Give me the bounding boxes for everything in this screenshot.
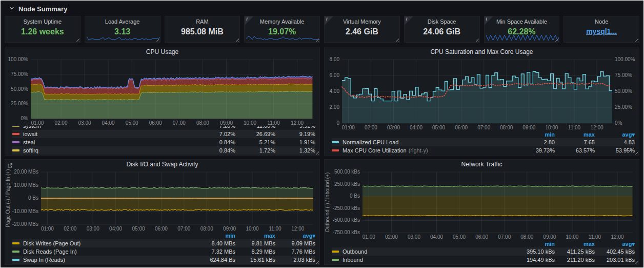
legend-row-inbound[interactable]: Inbound194.49 kBs211.20 kBs203.01 kBs bbox=[332, 256, 635, 264]
legend-row-disk-writes-page-out[interactable]: Disk Writes (Page Out)8.40 MBs9.81 MBs9.… bbox=[12, 239, 315, 247]
legend-sort-min[interactable]: min bbox=[515, 241, 555, 247]
svg-text:0: 0 bbox=[336, 120, 339, 126]
svg-text:20.00 MBs: 20.00 MBs bbox=[14, 169, 38, 175]
legend-row-iowait[interactable]: iowait7.02%26.69%9.19% bbox=[12, 130, 315, 138]
legend-avg-value: 7.76 MBs bbox=[275, 248, 315, 255]
row-header-node-summary[interactable]: Node Summary bbox=[5, 2, 639, 16]
legend-row-system[interactable]: system7.20%11.00%9.91% bbox=[12, 126, 315, 130]
legend-swatch bbox=[332, 149, 339, 151]
legend-max-value: 5.21% bbox=[235, 139, 275, 145]
stats-row: System Uptime1.26 weeksLoad Average3.13R… bbox=[5, 16, 639, 43]
svg-text:05:00: 05:00 bbox=[432, 125, 445, 130]
legend-label: softirq bbox=[23, 147, 38, 154]
legend-header-row: minmaxavg▾ bbox=[332, 240, 635, 247]
panel-resize-handle[interactable] bbox=[395, 37, 399, 42]
cpu-usage-legend: system7.20%11.00%9.91%iowait7.02%26.69%9… bbox=[5, 126, 319, 155]
svg-text:12:00: 12:00 bbox=[591, 125, 603, 130]
svg-text:09:00: 09:00 bbox=[223, 226, 236, 232]
legend-label: Inbound bbox=[343, 257, 363, 263]
legend-avg-value: 402.45 kBs bbox=[595, 248, 635, 255]
legend-swatch bbox=[332, 251, 339, 253]
stat-title[interactable]: Load Average bbox=[85, 18, 160, 25]
legend-row-max-cpu-core-utilization[interactable]: Max CPU Core Utilization(right-y)39.73%6… bbox=[332, 146, 635, 155]
svg-text:05:00: 05:00 bbox=[126, 120, 138, 126]
svg-text:-250.00 kBs: -250.00 kBs bbox=[333, 205, 360, 211]
legend-header-row: minmaxavg▾ bbox=[332, 131, 635, 138]
legend-sort-avg[interactable]: avg▾ bbox=[275, 233, 315, 239]
svg-text:50.00%: 50.00% bbox=[615, 88, 632, 94]
legend-max-value: 1.72% bbox=[235, 147, 275, 154]
panel-link-icon[interactable] bbox=[7, 161, 13, 170]
svg-text:04:00: 04:00 bbox=[109, 226, 122, 232]
legend-min-value: 39.73% bbox=[515, 147, 555, 154]
legend-row-normalized-cpu-load[interactable]: Normalized CPU Load2.807.654.83 bbox=[332, 138, 635, 146]
cpu-usage-chart[interactable]: 100.00%75.00%50.00%25.00%0%01:0002:0003:… bbox=[5, 56, 319, 126]
legend-row-softirq[interactable]: softirq0.84%1.72%1.32% bbox=[12, 146, 315, 155]
legend-label: Max CPU Core Utilization bbox=[343, 147, 407, 154]
legend-swatch bbox=[12, 242, 19, 244]
legend-sort-min[interactable]: min bbox=[515, 131, 555, 138]
svg-text:05:00: 05:00 bbox=[132, 226, 145, 232]
legend-row-disk-reads-page-in[interactable]: Disk Reads (Page In)7.32 MBs8.29 MBs7.76… bbox=[12, 247, 315, 256]
svg-text:4.00: 4.00 bbox=[330, 88, 340, 94]
legend-avg-value: 9.91% bbox=[275, 126, 315, 129]
legend-min-value: 0.84% bbox=[195, 139, 235, 145]
stat-title[interactable]: RAM bbox=[165, 18, 240, 25]
legend-min-value: 2.80 bbox=[515, 139, 555, 145]
panel-resize-handle[interactable] bbox=[75, 37, 79, 42]
stat-title[interactable]: Memory Available bbox=[245, 18, 319, 25]
legend-label: Normalized CPU Load bbox=[343, 139, 398, 145]
panel-cpu-usage: CPU Usage 100.00%75.00%50.00%25.00%0%01:… bbox=[5, 47, 320, 156]
legend-sort-min[interactable]: min bbox=[195, 233, 235, 239]
cpu-saturation-chart[interactable]: 8.006.004.002.000100.00%75.00%50.00%25.0… bbox=[325, 56, 639, 131]
legend-swatch bbox=[12, 259, 19, 261]
svg-text:03:00: 03:00 bbox=[387, 125, 400, 130]
svg-text:06:00: 06:00 bbox=[475, 234, 488, 240]
legend-sort-avg[interactable]: avg▾ bbox=[595, 131, 635, 138]
legend-sort-max[interactable]: max bbox=[555, 131, 595, 138]
svg-text:10:00: 10:00 bbox=[545, 125, 558, 130]
svg-text:12:00: 12:00 bbox=[291, 226, 304, 232]
svg-text:08:00: 08:00 bbox=[500, 125, 513, 130]
stat-title[interactable]: Node bbox=[564, 18, 639, 25]
stat-title[interactable]: System Uptime bbox=[5, 18, 80, 25]
legend-avg-value: 2.03 kBs bbox=[275, 257, 315, 263]
node-link[interactable]: mysql1... bbox=[564, 27, 639, 35]
legend-row-outbound[interactable]: Outbound395.10 kBs411.25 kBs402.45 kBs bbox=[332, 247, 635, 256]
panel-title-cpu-usage[interactable]: CPU Usage bbox=[5, 47, 319, 56]
network-traffic-chart[interactable]: 500.00 kBs250.00 kBs0 Bs-250.00 kBs-500.… bbox=[325, 169, 639, 240]
panel-title-disk-io[interactable]: Disk I/O and Swap Activity bbox=[5, 160, 319, 169]
svg-text:04:00: 04:00 bbox=[430, 234, 443, 240]
svg-text:01:00: 01:00 bbox=[363, 234, 375, 240]
legend-sort-max[interactable]: max bbox=[235, 233, 275, 239]
stat-title[interactable]: Virtual Memory bbox=[325, 18, 399, 25]
panel-resize-handle[interactable] bbox=[475, 37, 479, 42]
sort-arrow-icon: ▾ bbox=[632, 241, 635, 247]
svg-text:02:00: 02:00 bbox=[385, 234, 398, 240]
svg-text:01:00: 01:00 bbox=[41, 226, 54, 232]
legend-sort-avg[interactable]: avg▾ bbox=[595, 241, 635, 247]
legend-label: Outbound bbox=[343, 248, 367, 255]
svg-text:500.00 kBs: 500.00 kBs bbox=[334, 169, 360, 175]
svg-text:2.00: 2.00 bbox=[330, 104, 340, 110]
panel-resize-handle[interactable] bbox=[235, 37, 239, 42]
stat-value: 985.08 MiB bbox=[165, 27, 240, 36]
panel-resize-handle[interactable] bbox=[634, 37, 638, 42]
legend-max-value: 211.20 kBs bbox=[555, 257, 595, 263]
svg-text:10:00: 10:00 bbox=[566, 234, 578, 240]
stat-title[interactable]: Disk Space bbox=[405, 18, 479, 25]
legend-swatch bbox=[332, 141, 339, 143]
legend-min-value: 7.20% bbox=[195, 126, 235, 129]
disk-io-chart[interactable]: 20.00 MBs10.00 MBs0 Bs-10.00 MBs-20.00 M… bbox=[5, 169, 319, 232]
svg-text:-20.00 MBs: -20.00 MBs bbox=[12, 221, 38, 227]
legend-sort-max[interactable]: max bbox=[555, 241, 595, 247]
panel-title-network-traffic[interactable]: Network Traffic bbox=[325, 160, 639, 169]
svg-text:-10.00 MBs: -10.00 MBs bbox=[12, 208, 38, 214]
legend-swatch bbox=[12, 126, 19, 127]
legend-row-swap-in-reads[interactable]: Swap In (Reads)624.84 Bs15.61 kBs2.03 kB… bbox=[12, 256, 315, 264]
panel-title-cpu-saturation[interactable]: CPU Saturation and Max Core Usage bbox=[325, 47, 639, 56]
stat-panel-load-average: Load Average3.13 bbox=[85, 16, 160, 43]
legend-avg-value: 1.32% bbox=[275, 147, 315, 154]
stat-title[interactable]: Min Space Available bbox=[485, 18, 559, 25]
legend-row-steal[interactable]: steal0.84%5.21%1.91% bbox=[12, 138, 315, 146]
